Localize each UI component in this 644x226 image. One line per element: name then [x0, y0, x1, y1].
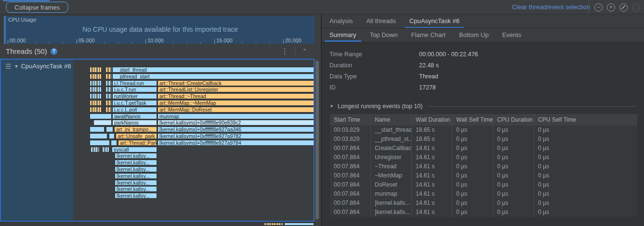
table-cell: 14.61 s [412, 153, 452, 162]
flame-bar-fragment[interactable] [90, 100, 102, 106]
zoom-to-selection-icon[interactable]: [ ] [632, 3, 640, 12]
collapse-frames-button[interactable]: Collapse frames [6, 1, 68, 13]
flame-bar[interactable]: art::Thread::CreateCallback [158, 80, 314, 86]
flame-bar[interactable]: __pthread_start [112, 74, 314, 79]
flame-bar[interactable]: [kernel.kallsy... [115, 166, 157, 172]
section-caret-icon[interactable]: ▼ [329, 104, 334, 109]
flame-bar-fragment[interactable] [109, 133, 115, 139]
table-cell: 0 µs [534, 162, 637, 171]
flame-bar-fragment[interactable] [90, 93, 102, 99]
table-cell: 0 µs [452, 126, 493, 135]
table-cell: 0 µs [493, 144, 534, 153]
flame-bar[interactable]: [kernel.kallsyms]+0xffffff8e90e839c2 [158, 120, 314, 126]
collapse-panel-icon[interactable]: ⌃ [296, 48, 315, 54]
subtab-bottom-up[interactable]: Bottom Up [452, 28, 495, 42]
flame-bar-fragment[interactable] [105, 93, 112, 99]
table-row[interactable]: 00:07.864[kernel.kalls...14.61 s0 µs0 µs… [330, 199, 637, 208]
flame-bar[interactable]: art::Thread::Park [118, 140, 157, 146]
reset-zoom-icon[interactable] [619, 3, 628, 12]
table-row[interactable]: 00:07.864~MemMap14.61 s0 µs0 µs0 µs [330, 171, 637, 180]
subtab-flame-chart[interactable]: Flame Chart [404, 28, 452, 42]
flame-bar-fragment[interactable] [90, 67, 102, 73]
flame-bar-fragment[interactable] [105, 74, 112, 79]
flame-bar-fragment[interactable] [284, 223, 314, 226]
flame-bar-fragment[interactable] [90, 107, 102, 113]
flame-bar[interactable]: awaitNanos [112, 113, 157, 119]
kebab-menu-icon[interactable]: ⋮ [275, 47, 295, 56]
flame-bar-fragment[interactable] [105, 107, 112, 113]
flame-bar[interactable]: [kernel.kallsyms]+0xffffff8e927a9784 [158, 140, 314, 146]
flame-bar-fragment[interactable] [90, 74, 102, 79]
flame-bar-fragment[interactable] [90, 126, 105, 132]
flame-bar-fragment[interactable] [105, 87, 112, 92]
table-row[interactable]: 00:03.829__start_thread18.65 s0 µs0 µs0 … [330, 126, 637, 135]
table-row[interactable]: 00:07.864[kernel.kalls...14.61 s0 µs0 µs… [330, 208, 637, 217]
table-row[interactable]: 00:07.864~Thread14.61 s0 µs0 µs0 µs [330, 162, 637, 171]
tab-cpuasynctask[interactable]: CpuAsyncTask #6 [403, 14, 466, 28]
cpu-usage-panel[interactable]: CPU Usage No CPU usage data available fo… [4, 16, 315, 44]
clear-selection-link[interactable]: Clear thread/event selection [512, 0, 590, 14]
zoom-out-icon[interactable]: − [594, 3, 603, 12]
subtab-summary[interactable]: Summary [323, 28, 363, 42]
tab-all-threads[interactable]: All threads [359, 14, 402, 28]
flame-bar-fragment[interactable] [90, 133, 107, 139]
flame-bar-fragment[interactable] [111, 140, 117, 146]
flame-bar[interactable]: __start_thread [112, 67, 314, 73]
subtab-events[interactable]: Events [495, 28, 528, 42]
column-header[interactable]: Name [371, 114, 412, 126]
flame-bar[interactable]: art::Unsafe_park [116, 133, 157, 139]
flame-bar-fragment[interactable] [91, 147, 100, 152]
table-row[interactable]: 00:07.864DoReset14.61 s0 µs0 µs0 µs [330, 180, 637, 189]
flame-bar[interactable]: [kernel.kallsyms]+0xffffff8e927aa346 [158, 126, 314, 132]
column-header[interactable]: CPU Self Time [534, 114, 637, 126]
flame-bar[interactable]: syscall [112, 147, 157, 152]
flame-bar[interactable]: art_jni_trampo... [114, 126, 157, 132]
flame-bar-fragment[interactable] [105, 100, 112, 106]
flame-bar-fragment[interactable] [105, 67, 112, 73]
flame-bar-fragment[interactable] [105, 80, 112, 86]
column-header[interactable]: CPU Duration [493, 114, 534, 126]
flame-bar-fragment[interactable] [102, 147, 109, 152]
column-header[interactable]: Wall Self Time [452, 114, 493, 126]
flame-bar[interactable]: [kernel.kallsy... [115, 186, 157, 192]
table-cell: 14.61 s [412, 199, 452, 208]
flame-bar[interactable]: j.u.c.T.getTask [112, 100, 157, 106]
table-row[interactable]: 00:03.829__pthread_st...18.65 s0 µs0 µs0… [330, 135, 637, 144]
table-cell: 00:03.829 [330, 135, 371, 144]
flame-bar-fragment[interactable] [106, 126, 113, 132]
table-row[interactable]: 00:07.864CreateCallback14.61 s0 µs0 µs0 … [330, 144, 637, 153]
column-header[interactable]: Start Time [330, 114, 371, 126]
flame-bar-fragment[interactable] [90, 87, 102, 92]
help-icon[interactable]: ? [51, 48, 57, 55]
flame-bar[interactable]: [kernel.kallsy... [115, 193, 157, 199]
column-header[interactable]: Wall Duration [412, 114, 452, 126]
flame-bar[interactable]: j.u.c.L.poll [112, 107, 157, 113]
flame-bar[interactable]: j.l.Thread.run [112, 80, 157, 86]
flame-bar[interactable]: runWorker [112, 93, 157, 99]
zoom-in-icon[interactable]: + [607, 3, 615, 12]
flame-bar[interactable]: art::ThreadList::Unregister [158, 87, 314, 92]
flame-bar[interactable]: [kernel.kallsy... [115, 160, 157, 165]
flame-bar-fragment[interactable] [90, 113, 112, 119]
table-row[interactable]: 00:07.864munmap14.61 s0 µs0 µs0 µs [330, 189, 637, 199]
flame-bar[interactable]: art::MemMap::~MemMap [158, 100, 314, 106]
flame-bar[interactable]: [kernel.kallsy... [115, 173, 157, 179]
flame-bar[interactable]: art::Thread::~Thread [158, 93, 314, 99]
flame-bar[interactable]: j.u.c.T.run [112, 87, 157, 92]
flame-bar[interactable]: munmap [158, 113, 314, 119]
flame-bar[interactable]: parkNanos [112, 120, 157, 126]
flame-bar-fragment[interactable] [264, 223, 283, 226]
flame-bar[interactable]: [kernel.kallsyms]+0xffffff8e927a9782 [158, 133, 314, 139]
flame-bar[interactable]: [kernel.kallsy... [115, 180, 157, 186]
flame-bar[interactable]: art::MemMap::DoReset [158, 107, 314, 113]
table-cell: 18.65 s [412, 126, 452, 135]
subtab-top-down[interactable]: Top Down [363, 28, 405, 42]
flame-bar-fragment[interactable] [90, 80, 102, 86]
flame-bar-fragment[interactable] [90, 140, 110, 146]
threads-scrollbar[interactable] [315, 61, 319, 219]
table-cell: ~Thread [371, 162, 412, 171]
flame-bar[interactable]: [kernel.kallsy... [115, 153, 157, 159]
table-row[interactable]: 00:07.864Unregister14.61 s0 µs0 µs0 µs [330, 153, 637, 162]
longest-events-section-toggle[interactable]: ▼ Longest running events (top 10) [329, 103, 637, 110]
flame-bar-fragment[interactable] [93, 120, 112, 126]
